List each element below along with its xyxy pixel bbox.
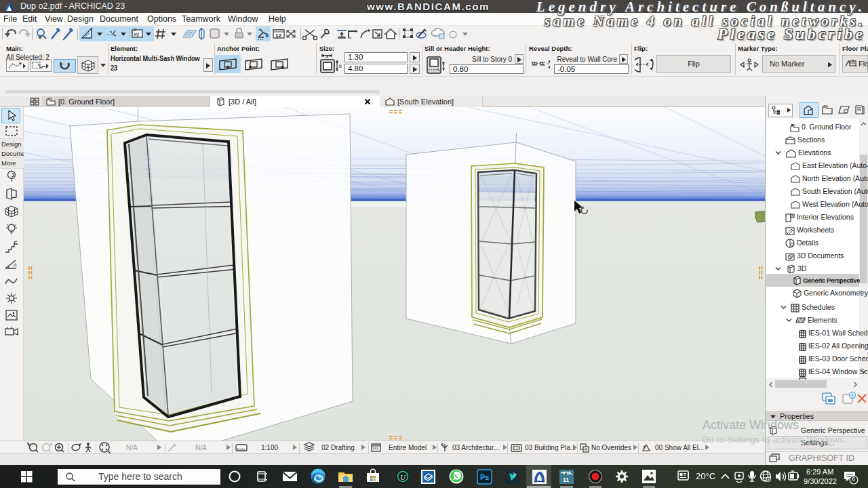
svg-text:xy: xy: [134, 31, 139, 37]
svg-text:α: α: [14, 262, 17, 268]
svg-text:11: 11: [563, 476, 569, 483]
svg-text:12: 12: [275, 33, 281, 39]
svg-text:U: U: [400, 473, 406, 481]
svg-text:a: a: [326, 54, 328, 59]
svg-text:b: b: [339, 64, 342, 68]
svg-text:Ps: Ps: [480, 473, 489, 481]
